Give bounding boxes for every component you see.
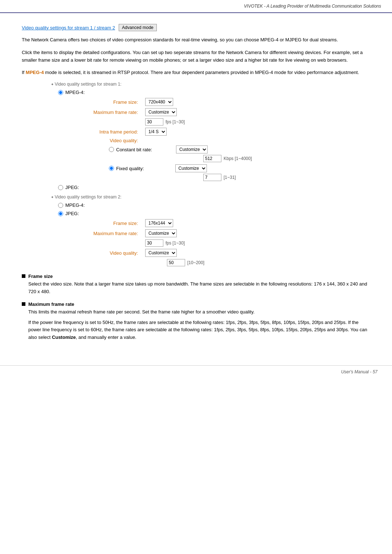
stream1-section-header: Video quality settings for stream 1: (51, 82, 370, 87)
stream2-fps-hint: fps [1~30] (166, 241, 185, 246)
stream2-jpeg-radio[interactable] (58, 211, 63, 216)
stream2-max-frame-rate-value: Customize 30 (145, 229, 177, 237)
description-3: If MPEG-4 mode is selected, it is stream… (22, 69, 370, 77)
stream1-frame-size-label: Frame size: (73, 99, 145, 105)
stream2-settings-block: MPEG-4: JPEG: Frame size: 176x144 360x24… (58, 202, 370, 266)
stream1-frame-size-row: Frame size: 720x480 360x240 176x144 (73, 98, 370, 106)
stream2-vq-num-row: [10~200] (167, 259, 370, 266)
page-header: Video quality settings for stream 1 / st… (22, 24, 370, 31)
stream1-max-frame-rate-select[interactable]: Customize 30 25 20 (145, 108, 177, 116)
stream1-fq-input[interactable] (203, 174, 221, 181)
stream2-frame-size-row: Frame size: 176x144 360x240 720x480 (73, 219, 370, 227)
explanations-section: Frame size Select the video size. Note t… (22, 274, 370, 341)
frame-size-title-row: Frame size (22, 274, 370, 279)
stream1-frame-size-select[interactable]: 720x480 360x240 176x144 (145, 98, 173, 106)
stream1-intra-frame-row: Intra frame period: 1/4 S 1/2 S 1 S (73, 128, 370, 136)
stream2-section-header: Video quality settings for stream 2: (51, 194, 370, 200)
stream2-mpeg4-label: MPEG-4: (65, 202, 85, 208)
max-frame-rate-title: Maximum frame rate (28, 301, 74, 307)
stream1-fps-input[interactable] (145, 118, 163, 126)
desc2-text: Click the items to display the detailed … (22, 50, 363, 63)
stream1-fq-select[interactable]: Customize (175, 164, 207, 172)
footer-text: User's Manual - 57 (341, 369, 377, 374)
max-frame-rate-explanation: Maximum frame rate This limits the maxim… (22, 301, 370, 341)
stream2-max-frame-rate-row: Maximum frame rate: Customize 30 (73, 229, 370, 237)
max-frame-rate-body3: , and manually enter a value. (76, 335, 136, 340)
max-frame-rate-body2-wrapper: If the power line frequency is set to 50… (28, 319, 370, 341)
stream2-jpeg-radio-row: JPEG: (58, 211, 370, 216)
breadcrumb-link[interactable]: Video quality settings for stream 1 / st… (22, 25, 115, 30)
stream1-intra-frame-select[interactable]: 1/4 S 1/2 S 1 S (145, 128, 167, 136)
stream1-jpeg-radio[interactable] (58, 185, 63, 190)
stream1-fq-radio-row: Fixed quality: Customize (109, 164, 370, 172)
stream1-mpeg4-label: MPEG-4: (65, 90, 85, 95)
stream2-jpeg-label: JPEG: (65, 211, 79, 216)
stream2-fps-input[interactable] (145, 239, 163, 247)
stream1-intra-frame-value: 1/4 S 1/2 S 1 S (145, 128, 167, 136)
stream2-frame-size-value: 176x144 360x240 720x480 (145, 219, 173, 227)
max-frame-rate-title-row: Maximum frame rate (22, 301, 370, 307)
stream1-fps-row: fps [1~30] (73, 118, 370, 126)
stream2-vq-select[interactable]: Customize (145, 249, 177, 257)
stream2-max-frame-rate-label: Maximum frame rate: (73, 231, 145, 236)
frame-size-bullet (22, 274, 25, 278)
stream1-jpeg-label: JPEG: (65, 185, 79, 190)
desc1-text: The Network Camera offers two choices of… (22, 37, 338, 42)
footer: User's Manual - 57 (0, 365, 392, 378)
desc3-part2: mode is selected, it is streamed in RTSP… (44, 70, 359, 75)
stream2-vq-row: Video quality: Customize (73, 249, 370, 257)
stream2-vq-value: Customize (145, 249, 177, 257)
stream2-vq-label: Video quality: (73, 250, 145, 256)
frame-size-explanation: Frame size Select the video size. Note t… (22, 274, 370, 296)
stream2-section: Video quality settings for stream 2: MPE… (22, 194, 370, 266)
stream1-mpeg4-radio[interactable] (58, 90, 63, 95)
stream2-vq-input[interactable] (167, 259, 185, 266)
stream1-intra-frame-label: Intra frame period: (73, 129, 145, 135)
description-1: The Network Camera offers two choices of… (22, 36, 370, 44)
description-2: Click the items to display the detailed … (22, 49, 370, 64)
stream1-cbr-inner: Constant bit rate: Customize (109, 145, 370, 153)
frame-size-body: Select the video size. Note that a large… (28, 280, 370, 296)
stream1-frame-size-value: 720x480 360x240 176x144 (145, 98, 173, 106)
stream2-fps-row: fps [1~30] (73, 239, 370, 247)
stream1-cbr-label: Constant bit rate: (116, 147, 152, 152)
stream1-max-frame-rate-row: Maximum frame rate: Customize 30 25 20 (73, 108, 370, 116)
stream1-max-frame-rate-label: Maximum frame rate: (73, 110, 145, 115)
stream1-kbps-row: Kbps [1~4000] (203, 155, 370, 162)
stream1-cbr-radio[interactable] (109, 147, 114, 152)
stream1-max-frame-rate-value: Customize 30 25 20 (145, 108, 177, 116)
stream1-fq-hint: [1~31] (224, 175, 236, 180)
stream1-kbps-input[interactable] (203, 155, 221, 162)
stream1-vq-label-row: Video quality: (73, 138, 370, 143)
stream2-fps-value: fps [1~30] (145, 239, 185, 247)
stream2-frame-size-select[interactable]: 176x144 360x240 720x480 (145, 219, 173, 227)
mpeg4-highlight: MPEG-4 (26, 70, 44, 75)
frame-size-title: Frame size (28, 274, 53, 279)
brand-text: VIVOTEK - A Leading Provider of Multimed… (244, 4, 381, 9)
stream1-fq-num-row: [1~31] (203, 174, 370, 181)
stream2-mpeg4-radio-row: MPEG-4: (58, 202, 370, 208)
stream1-section: Video quality settings for stream 1: MPE… (22, 82, 370, 190)
stream1-cbr-radio-row: Constant bit rate: Customize (109, 145, 370, 153)
stream1-fq-inner: Fixed quality: Customize (109, 164, 370, 172)
stream1-fq-radio[interactable] (109, 166, 114, 171)
stream1-jpeg-radio-row: JPEG: (58, 185, 370, 190)
stream1-settings-block: MPEG-4: Frame size: 720x480 360x240 176x… (58, 90, 370, 190)
stream1-cbr-select[interactable]: Customize (176, 145, 208, 153)
customize-bold: Customize (52, 335, 76, 340)
stream1-fq-label: Fixed quality: (116, 166, 144, 171)
stream1-kbps-hint: Kbps [1~4000] (224, 156, 252, 161)
desc3-part1: If (22, 70, 26, 75)
stream2-frame-size-label: Frame size: (73, 221, 145, 226)
stream1-vq-label: Video quality: (73, 138, 145, 143)
stream1-mpeg4-radio-row: MPEG-4: (58, 90, 370, 95)
advanced-mode-button[interactable]: Advanced mode (119, 24, 157, 31)
max-frame-rate-bullet (22, 302, 25, 306)
stream2-vq-hint: [10~200] (187, 260, 204, 265)
stream2-mpeg4-radio[interactable] (58, 203, 63, 208)
stream2-max-frame-rate-select[interactable]: Customize 30 (145, 229, 177, 237)
stream1-fps-value: fps [1~30] (145, 118, 185, 126)
max-frame-rate-body1: This limits the maximal refresh frame ra… (28, 308, 370, 316)
stream1-fps-hint: fps [1~30] (166, 119, 185, 124)
